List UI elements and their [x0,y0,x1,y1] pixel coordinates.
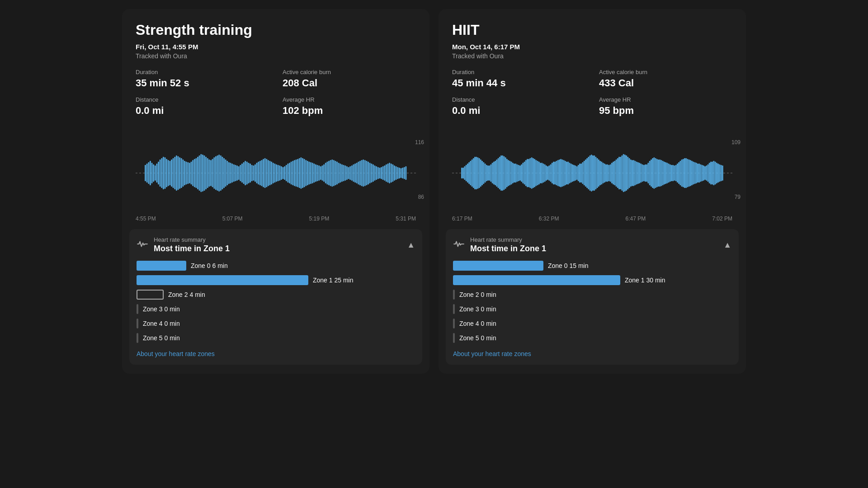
zone-row: Zone 0 6 min [137,261,415,271]
about-heart-rate-zones-link[interactable]: About your heart rate zones [453,350,731,357]
svg-rect-21 [178,156,179,190]
svg-rect-337 [716,163,717,183]
svg-rect-181 [489,165,490,181]
svg-rect-178 [485,164,486,183]
svg-rect-234 [566,162,567,184]
svg-rect-230 [560,159,561,187]
svg-rect-83 [279,165,280,181]
svg-rect-302 [665,162,666,184]
svg-rect-5 [151,163,153,183]
svg-rect-288 [645,164,646,182]
zone-row: Zone 3 0 min [137,304,415,314]
svg-rect-114 [330,160,331,186]
svg-rect-31 [194,159,195,187]
svg-rect-71 [259,161,261,185]
svg-rect-264 [610,164,611,182]
workout-source: Tracked with Oura [452,52,732,60]
svg-rect-3 [148,162,149,184]
svg-rect-184 [493,162,495,184]
stat-duration-value: 35 min 52 s [136,77,269,89]
collapse-chevron[interactable]: ▲ [723,240,731,250]
svg-rect-165 [466,165,467,181]
svg-rect-157 [401,168,402,178]
stat-average-hr-label: Average HR [283,96,416,103]
svg-rect-298 [659,160,660,187]
chart-time-labels: 6:17 PM6:32 PM6:47 PM7:02 PM [439,214,746,222]
svg-rect-25 [184,161,185,185]
stat-average-hr: Average HR95 bpm [599,96,732,117]
svg-rect-274 [624,155,626,192]
svg-rect-136 [366,161,367,185]
svg-rect-103 [312,163,313,183]
chart-time-label: 6:17 PM [452,216,472,222]
stat-distance-value: 0.0 mi [136,105,269,117]
svg-rect-101 [309,162,310,184]
svg-rect-128 [353,164,354,182]
svg-rect-250 [590,155,591,191]
svg-rect-223 [550,164,552,182]
svg-rect-160 [405,166,406,180]
svg-rect-119 [338,163,340,183]
svg-rect-222 [548,165,550,181]
stat-duration-value: 45 min 44 s [452,77,585,89]
svg-rect-201 [518,165,519,181]
svg-rect-121 [341,164,343,182]
svg-rect-180 [487,165,489,181]
svg-rect-135 [364,160,366,186]
svg-rect-52 [228,162,230,184]
svg-rect-258 [601,162,602,184]
svg-rect-162 [461,168,462,178]
svg-rect-303 [666,163,668,183]
svg-rect-123 [344,165,346,181]
svg-rect-285 [640,164,642,183]
svg-rect-50 [225,160,226,187]
chart-container: 11686 [122,135,429,214]
stat-duration-label: Duration [136,69,269,75]
svg-rect-194 [508,160,509,186]
svg-rect-32 [195,158,197,188]
svg-rect-14 [166,159,167,187]
svg-rect-218 [542,164,544,183]
svg-rect-27 [187,162,189,184]
svg-rect-62 [245,161,246,185]
svg-rect-232 [563,160,565,186]
about-heart-rate-zones-link[interactable]: About your heart rate zones [137,350,415,357]
svg-rect-318 [689,160,690,187]
svg-rect-235 [567,162,569,184]
svg-rect-224 [552,163,553,183]
zone-bar-filled [137,275,308,285]
zone-row: Zone 4 0 min [137,319,415,328]
svg-rect-310 [677,164,678,183]
svg-rect-36 [202,155,203,192]
svg-rect-167 [468,162,470,184]
svg-rect-185 [495,161,496,185]
svg-rect-141 [374,165,376,181]
svg-rect-6 [153,164,154,182]
svg-rect-18 [173,158,174,188]
zone-label: Zone 2 0 min [459,291,496,298]
svg-rect-314 [683,159,684,187]
svg-rect-139 [371,164,372,183]
collapse-chevron[interactable]: ▲ [407,240,415,250]
stat-distance: Distance0.0 mi [136,96,269,117]
svg-rect-327 [702,165,703,181]
svg-rect-205 [524,162,525,184]
svg-rect-328 [703,165,704,181]
chart-max-label: 109 [731,139,741,145]
heart-rate-icon [137,238,148,252]
svg-rect-221 [547,166,548,180]
svg-rect-173 [477,157,478,189]
svg-rect-126 [349,166,351,180]
stat-calories-label: Active calorie burn [599,69,732,75]
svg-rect-66 [251,165,253,181]
svg-rect-301 [664,162,665,184]
svg-rect-153 [394,165,395,181]
svg-rect-168 [470,161,471,185]
svg-rect-152 [392,164,393,182]
summary-subtitle: Most time in Zone 1 [154,244,230,253]
zone-bar-filled [453,261,543,271]
svg-rect-313 [681,160,683,187]
svg-rect-96 [300,157,302,189]
svg-rect-269 [617,158,618,188]
svg-rect-266 [613,162,614,184]
